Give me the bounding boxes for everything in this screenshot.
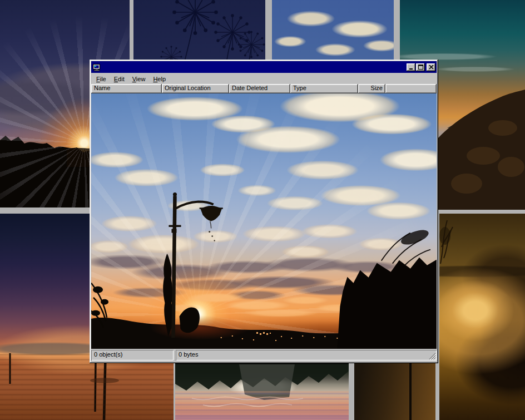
menu-bar: File Edit View Help — [91, 73, 437, 84]
minimize-button[interactable] — [407, 63, 415, 71]
status-bytes-panel: 0 bytes — [176, 350, 437, 360]
wallpaper-tile-golden-haze — [439, 214, 525, 420]
close-button[interactable] — [427, 63, 435, 71]
maximize-icon — [418, 65, 423, 70]
recycle-bin-window: File Edit View Help Name Original Locati… — [90, 60, 438, 363]
title-bar[interactable] — [91, 61, 437, 73]
window-controls — [406, 63, 435, 71]
resize-grip-icon[interactable] — [429, 353, 436, 360]
status-bytes: 0 bytes — [179, 351, 198, 358]
menu-view[interactable]: View — [129, 75, 149, 83]
list-column-headers: Name Original Location Date Deleted Type… — [91, 84, 437, 93]
column-header-name[interactable]: Name — [91, 84, 162, 93]
status-objects: 0 object(s) — [91, 350, 174, 360]
status-bar: 0 object(s) 0 bytes — [91, 349, 437, 362]
close-icon — [429, 65, 434, 70]
column-header-original-location[interactable]: Original Location — [162, 84, 229, 93]
column-header-empty[interactable] — [385, 84, 437, 93]
wisp-tree-graphic — [439, 214, 525, 420]
list-view-area[interactable] — [91, 93, 437, 349]
desktop: { "desktop": { "gap_color": "#b2b2b2", "… — [0, 0, 525, 420]
column-header-type[interactable]: Type — [290, 84, 358, 93]
column-header-date-deleted[interactable]: Date Deleted — [229, 84, 290, 93]
column-header-size[interactable]: Size — [358, 84, 385, 93]
photo-silhouettes-graphic — [91, 93, 437, 349]
maximize-button[interactable] — [416, 63, 425, 71]
menu-edit[interactable]: Edit — [111, 75, 128, 83]
menu-help[interactable]: Help — [150, 75, 169, 83]
minimize-icon — [409, 65, 414, 70]
computer-icon — [92, 63, 101, 72]
menu-file[interactable]: File — [93, 75, 110, 83]
